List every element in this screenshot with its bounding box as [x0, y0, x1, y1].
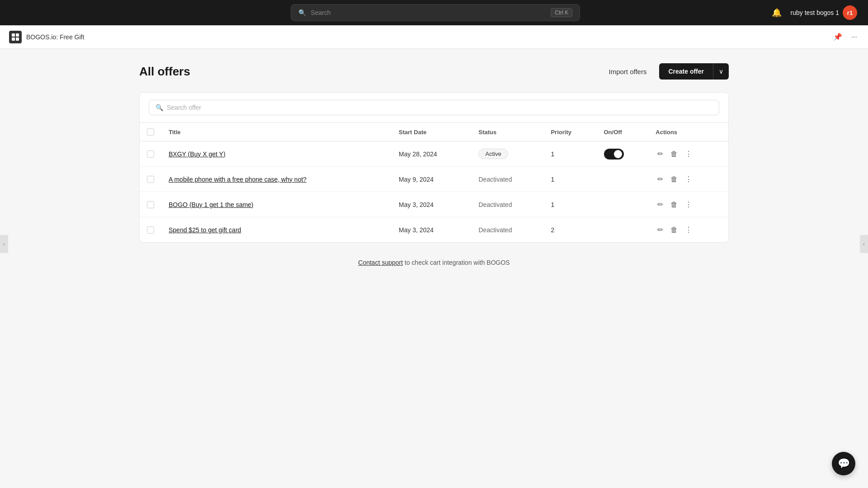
contact-support-link[interactable]: Contact support: [358, 259, 403, 266]
user-avatar: r1: [843, 5, 857, 20]
app-icon: [9, 31, 22, 43]
more-options-button[interactable]: ···: [849, 31, 859, 43]
left-collapse-tab[interactable]: ›: [0, 235, 8, 253]
offer-toggle-cell-3: [597, 217, 649, 243]
import-offers-button[interactable]: Import offers: [601, 64, 654, 79]
header-buttons: Import offers Create offer ∨: [601, 63, 729, 80]
notification-bell-button[interactable]: 🔔: [770, 6, 783, 19]
offers-table: Title Start Date Status Priority On/Off …: [140, 123, 728, 242]
footer-note: Contact support to check cart integratio…: [139, 259, 729, 266]
offer-start-date-2: May 3, 2024: [392, 192, 471, 217]
right-arrow-icon: ‹: [863, 242, 864, 247]
create-offer-button[interactable]: Create offer: [659, 63, 713, 80]
table-row: A mobile phone with a free phone case, w…: [140, 167, 728, 192]
create-offer-group: Create offer ∨: [659, 63, 729, 80]
col-priority: Priority: [543, 123, 596, 141]
table-body: BXGY (Buy X get Y)May 28, 2024Active1✏🗑⋮…: [140, 141, 728, 243]
table-row: BXGY (Buy X get Y)May 28, 2024Active1✏🗑⋮: [140, 141, 728, 167]
edit-button-0[interactable]: ✏: [656, 148, 665, 160]
offer-status-0: Active: [471, 141, 543, 167]
delete-button-0[interactable]: 🗑: [669, 148, 679, 160]
search-offer-icon: 🔍: [156, 104, 163, 111]
offer-actions-1: ✏🗑⋮: [648, 167, 728, 192]
search-shortcut-badge: Ctrl K: [551, 8, 572, 17]
offer-priority-3: 2: [543, 217, 596, 243]
offer-start-date-3: May 3, 2024: [392, 217, 471, 243]
more-action-button-2[interactable]: ⋮: [683, 198, 694, 211]
offer-priority-1: 1: [543, 167, 596, 192]
row-checkbox-2[interactable]: [147, 201, 154, 208]
offer-status-1: Deactivated: [471, 167, 543, 192]
main-content: All offers Import offers Create offer ∨ …: [118, 49, 750, 281]
offer-toggle-cell-1: [597, 167, 649, 192]
offer-toggle-cell-2: [597, 192, 649, 217]
page-header: All offers Import offers Create offer ∨: [139, 63, 729, 80]
offer-title-link-0[interactable]: BXGY (Buy X get Y): [169, 150, 226, 158]
offers-table-container: 🔍 Title Start Date Status Priority On/Of…: [139, 92, 729, 243]
app-title-area: BOGOS.io: Free Gift: [9, 31, 84, 43]
offer-toggle-0[interactable]: [604, 149, 624, 160]
row-checkbox-3[interactable]: [147, 226, 154, 234]
search-placeholder-text: Search: [311, 9, 546, 16]
col-start-date: Start Date: [392, 123, 471, 141]
chevron-down-icon: ∨: [719, 68, 723, 75]
svg-rect-1: [16, 33, 19, 37]
status-badge-0: Active: [478, 149, 508, 159]
col-status: Status: [471, 123, 543, 141]
app-title-text: BOGOS.io: Free Gift: [26, 33, 84, 41]
search-offer-bar: 🔍: [140, 93, 728, 123]
svg-rect-2: [12, 38, 15, 41]
offer-status-2: Deactivated: [471, 192, 543, 217]
offer-priority-0: 1: [543, 141, 596, 167]
row-checkbox-1[interactable]: [147, 176, 154, 183]
offer-title-link-1[interactable]: A mobile phone with a free phone case, w…: [169, 176, 307, 183]
search-offer-input-wrapper[interactable]: 🔍: [149, 100, 719, 115]
svg-rect-3: [16, 38, 19, 41]
global-search-bar[interactable]: 🔍 Search Ctrl K: [291, 4, 580, 21]
table-header: Title Start Date Status Priority On/Off …: [140, 123, 728, 141]
offer-actions-3: ✏🗑⋮: [648, 217, 728, 243]
offer-start-date-0: May 28, 2024: [392, 141, 471, 167]
header-action-area: 📌 ···: [831, 31, 859, 43]
more-action-button-1[interactable]: ⋮: [683, 173, 694, 185]
user-name-text: ruby test bogos 1: [791, 9, 839, 16]
col-on-off: On/Off: [597, 123, 649, 141]
offer-status-3: Deactivated: [471, 217, 543, 243]
offer-title-link-3[interactable]: Spend $25 to get gift card: [169, 226, 241, 234]
search-offer-field[interactable]: [167, 104, 712, 111]
top-nav: 🔍 Search Ctrl K 🔔 ruby test bogos 1 r1: [0, 0, 868, 25]
app-header: BOGOS.io: Free Gift 📌 ···: [0, 25, 868, 49]
edit-button-3[interactable]: ✏: [656, 224, 665, 236]
offer-toggle-cell-0: [597, 141, 649, 167]
page-title: All offers: [139, 65, 190, 79]
search-icon: 🔍: [298, 9, 306, 16]
table-row: Spend $25 to get gift cardMay 3, 2024Dea…: [140, 217, 728, 243]
offer-actions-2: ✏🗑⋮: [648, 192, 728, 217]
pin-button[interactable]: 📌: [831, 31, 844, 43]
user-info-area: ruby test bogos 1 r1: [791, 5, 857, 20]
table-row: BOGO (Buy 1 get 1 the same)May 3, 2024De…: [140, 192, 728, 217]
create-offer-dropdown-button[interactable]: ∨: [713, 63, 729, 80]
svg-rect-0: [12, 33, 15, 37]
offer-priority-2: 1: [543, 192, 596, 217]
edit-button-2[interactable]: ✏: [656, 198, 665, 211]
col-title: Title: [161, 123, 392, 141]
bogos-icon-svg: [11, 33, 20, 42]
select-all-checkbox[interactable]: [147, 128, 154, 136]
delete-button-2[interactable]: 🗑: [669, 199, 679, 211]
left-arrow-icon: ›: [3, 242, 5, 247]
more-action-button-0[interactable]: ⋮: [683, 148, 694, 160]
offer-actions-0: ✏🗑⋮: [648, 141, 728, 167]
more-action-button-3[interactable]: ⋮: [683, 224, 694, 236]
col-actions: Actions: [648, 123, 728, 141]
footer-text: to check cart integration with BOGOS: [403, 259, 510, 266]
delete-button-1[interactable]: 🗑: [669, 174, 679, 185]
offer-start-date-1: May 9, 2024: [392, 167, 471, 192]
nav-right-area: 🔔 ruby test bogos 1 r1: [770, 5, 857, 20]
row-checkbox-0[interactable]: [147, 150, 154, 158]
edit-button-1[interactable]: ✏: [656, 173, 665, 185]
delete-button-3[interactable]: 🗑: [669, 224, 679, 236]
offer-title-link-2[interactable]: BOGO (Buy 1 get 1 the same): [169, 201, 254, 208]
right-collapse-tab[interactable]: ‹: [860, 235, 868, 253]
